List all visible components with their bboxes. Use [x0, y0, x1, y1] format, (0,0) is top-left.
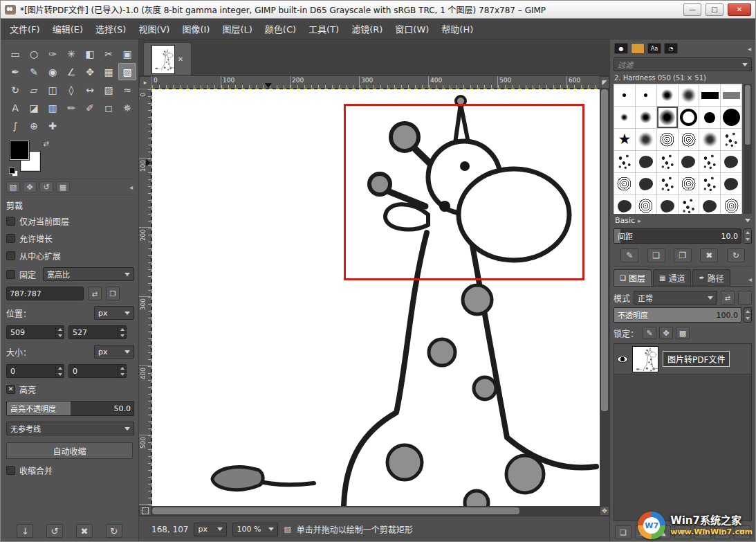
- duplicate-layer-icon[interactable]: ❐: [694, 525, 711, 539]
- tool-heal[interactable]: ✚: [44, 117, 62, 134]
- refresh-brushes-icon[interactable]: ↻: [727, 249, 745, 262]
- menu-view[interactable]: 视图(V): [132, 19, 176, 39]
- brush-thumbnail[interactable]: [636, 107, 656, 128]
- size-width-stepper[interactable]: 0: [6, 364, 64, 378]
- tool-gradient[interactable]: ▥: [44, 99, 62, 116]
- shrink-merged-checkbox[interactable]: [6, 466, 15, 475]
- image-tab[interactable]: ✕: [143, 42, 192, 75]
- patterns-dialog-icon[interactable]: [631, 43, 645, 54]
- edit-brush-icon[interactable]: ✎: [620, 249, 638, 262]
- tool-ink[interactable]: ∫: [6, 117, 24, 134]
- new-group-icon[interactable]: ❑: [635, 525, 652, 539]
- tool-flip[interactable]: ↔: [81, 81, 99, 98]
- tool-move[interactable]: ✥: [81, 63, 99, 80]
- stepper-arrows-icon[interactable]: [118, 365, 126, 377]
- tool-color-picker[interactable]: ✎: [25, 63, 43, 80]
- brush-thumbnail[interactable]: [657, 84, 678, 106]
- tool-align[interactable]: ▦: [100, 63, 118, 80]
- position-x-stepper[interactable]: 509: [6, 325, 64, 339]
- orientation-icon[interactable]: ❐: [106, 287, 120, 300]
- menu-file[interactable]: 文件(F): [3, 19, 46, 39]
- brush-thumbnail[interactable]: [699, 151, 720, 172]
- brush-thumbnail[interactable]: [614, 173, 635, 195]
- fonts-dialog-icon[interactable]: Aa: [647, 43, 661, 54]
- crop-selection-rectangle[interactable]: [344, 104, 584, 280]
- lower-layer-icon[interactable]: ▼: [674, 525, 691, 539]
- auto-shrink-button[interactable]: 自动收缩: [6, 442, 133, 459]
- delete-tool-preset-icon[interactable]: ✖: [76, 524, 93, 538]
- tab-paths[interactable]: ✒ 路径: [692, 269, 730, 286]
- menu-windows[interactable]: 窗口(W): [389, 19, 435, 39]
- brush-thumbnail[interactable]: [721, 195, 741, 214]
- panel-menu-icon[interactable]: ◂: [748, 45, 751, 53]
- brush-thumbnail[interactable]: [614, 84, 635, 106]
- tool-foreground-select[interactable]: ▣: [118, 45, 136, 62]
- tool-rotate[interactable]: ↻: [6, 81, 24, 98]
- tool-measure[interactable]: ∠: [62, 63, 80, 80]
- brush-thumbnail[interactable]: [699, 84, 720, 106]
- highlight-checkbox[interactable]: ✕: [6, 385, 15, 394]
- save-tool-preset-icon[interactable]: ↓: [17, 524, 33, 538]
- tool-cage-transform[interactable]: ▨: [100, 81, 118, 98]
- visibility-eye-icon[interactable]: [617, 356, 628, 363]
- brush-thumbnail[interactable]: [679, 84, 699, 106]
- stepper-arrows-icon[interactable]: [118, 326, 126, 338]
- tool-crop[interactable]: ▧: [118, 63, 136, 80]
- brush-thumbnail[interactable]: [657, 173, 678, 195]
- brush-thumbnail[interactable]: [657, 151, 678, 172]
- brush-thumbnail[interactable]: [699, 195, 720, 214]
- expand-from-center-checkbox[interactable]: [6, 251, 15, 260]
- raise-layer-icon[interactable]: ▲: [654, 525, 671, 539]
- duplicate-brush-icon[interactable]: ❐: [674, 249, 692, 262]
- close-tab-icon[interactable]: ✕: [178, 55, 183, 63]
- status-unit-dropdown[interactable]: px: [194, 523, 227, 536]
- pointer-tab-icon[interactable]: ▦: [56, 181, 70, 192]
- panel-menu-icon[interactable]: ◂: [129, 183, 133, 191]
- tool-free-select[interactable]: ✑: [44, 45, 62, 62]
- tool-pencil[interactable]: ✏: [62, 99, 80, 116]
- quick-mask-button[interactable]: [139, 506, 151, 516]
- brush-thumbnail[interactable]: [636, 195, 656, 214]
- layer-thumbnail[interactable]: [632, 346, 658, 372]
- foreground-color-swatch[interactable]: [9, 140, 30, 161]
- menu-edit[interactable]: 编辑(E): [46, 19, 89, 39]
- menu-filters[interactable]: 滤镜(R): [345, 19, 389, 39]
- tool-zoom[interactable]: ◉: [44, 63, 62, 80]
- menu-tools[interactable]: 工具(T): [302, 19, 345, 39]
- swap-colors-icon[interactable]: ⇄: [44, 140, 49, 147]
- menu-layer[interactable]: 图层(L): [216, 19, 258, 39]
- mode-switch-icon[interactable]: ⇄: [721, 291, 735, 305]
- size-height-stepper[interactable]: 0: [68, 364, 127, 378]
- tool-rectangle-select[interactable]: ▭: [6, 45, 24, 62]
- brush-thumbnail[interactable]: [679, 195, 699, 214]
- tool-paths[interactable]: ✒: [6, 63, 24, 80]
- brush-thumbnail[interactable]: [636, 151, 656, 172]
- minimize-button[interactable]: —: [683, 3, 701, 16]
- fixed-checkbox[interactable]: [6, 270, 15, 279]
- tool-fuzzy-select[interactable]: ✳: [62, 45, 80, 62]
- layer-name[interactable]: 图片转PDF文件: [663, 351, 730, 367]
- guides-dropdown[interactable]: 无参考线: [6, 422, 134, 435]
- brush-thumbnail[interactable]: [679, 129, 699, 150]
- tool-scissors-select[interactable]: ✂: [100, 45, 118, 62]
- undo-history-tab-icon[interactable]: ↺: [39, 181, 53, 192]
- menu-help[interactable]: 帮助(H): [435, 19, 479, 39]
- brush-filter-input[interactable]: 过滤: [614, 57, 752, 71]
- brush-thumbnail[interactable]: [721, 84, 741, 106]
- menu-image[interactable]: 图像(I): [176, 19, 216, 39]
- navigation-preview-button[interactable]: ✥: [600, 506, 609, 516]
- zoom-dropdown[interactable]: 100 %: [232, 523, 278, 536]
- tool-eraser[interactable]: ◻: [100, 99, 118, 116]
- vertical-ruler[interactable]: 0100200300400500600: [139, 89, 151, 506]
- document-history-dialog-icon[interactable]: ◔: [664, 43, 678, 54]
- navigation-corner-button[interactable]: ◤: [600, 76, 609, 89]
- ruler-corner[interactable]: ▸: [139, 76, 151, 89]
- tool-select-by-color[interactable]: ◧: [81, 45, 99, 62]
- brush-thumbnail[interactable]: [699, 173, 720, 195]
- tool-perspective[interactable]: ◊: [62, 81, 80, 98]
- brush-thumbnail[interactable]: [636, 84, 656, 106]
- layer-row[interactable]: 图片转PDF文件: [614, 344, 751, 374]
- tool-ellipse-select[interactable]: ○: [25, 45, 43, 62]
- brushes-dialog-icon[interactable]: ●: [614, 43, 628, 54]
- aspect-ratio-input[interactable]: [6, 287, 84, 300]
